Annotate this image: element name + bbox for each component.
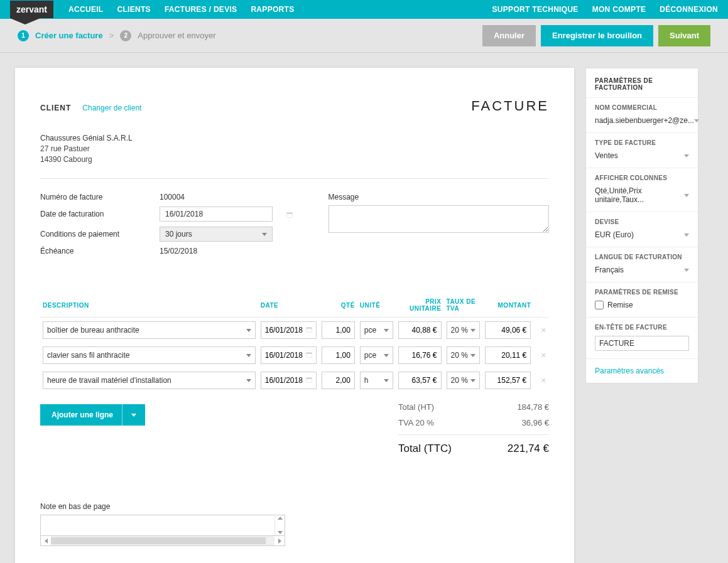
arrow-left-icon[interactable] bbox=[45, 539, 48, 544]
line-vat-select[interactable]: 20 % bbox=[447, 346, 480, 364]
line-unit-select[interactable]: pce bbox=[360, 346, 393, 364]
chevron-down-icon bbox=[694, 119, 699, 122]
line-qty-input[interactable] bbox=[322, 372, 355, 389]
svg-rect-5 bbox=[306, 353, 312, 355]
sidebar-currency-label: DEVISE bbox=[595, 218, 689, 225]
sidebar-type-label: TYPE DE FACTURE bbox=[595, 139, 689, 146]
sidebar-header: EN-TÊTE DE FACTURE bbox=[586, 317, 698, 358]
chevron-down-icon bbox=[384, 329, 389, 332]
chevron-down-icon bbox=[131, 414, 136, 417]
delete-line-icon[interactable]: × bbox=[536, 375, 546, 385]
sidebar-currency-value: EUR (Euro) bbox=[595, 230, 634, 239]
line-qty-input[interactable] bbox=[322, 346, 355, 364]
terms-label: Conditions de paiement bbox=[40, 230, 160, 239]
arrow-up-icon[interactable] bbox=[278, 517, 283, 520]
line-desc-select[interactable]: heure de travail matériel d'installation bbox=[43, 372, 256, 389]
sidebar-columns-value: Qté,Unité,Prix unitaire,Taux... bbox=[595, 186, 684, 204]
line-price-input[interactable] bbox=[398, 321, 441, 339]
add-line-button[interactable]: Ajouter une ligne bbox=[40, 404, 145, 426]
delete-line-icon[interactable]: × bbox=[536, 350, 546, 360]
sidebar-columns-label: AFFICHER COLONNES bbox=[595, 174, 689, 181]
change-client-link[interactable]: Changer de client bbox=[82, 104, 141, 112]
wizard-step-2-label[interactable]: Approuver et envoyer bbox=[138, 31, 215, 40]
next-button[interactable]: Suivant bbox=[658, 25, 710, 46]
wizard-step-2-num: 2 bbox=[120, 30, 131, 41]
chevron-down-icon bbox=[384, 379, 389, 382]
sidebar-header-input[interactable] bbox=[595, 336, 689, 351]
invoice-no-value: 100004 bbox=[160, 193, 297, 201]
line-vat-select[interactable]: 20 % bbox=[447, 321, 480, 339]
chevron-down-icon bbox=[470, 329, 475, 332]
wizard-step-1-label[interactable]: Créer une facture bbox=[35, 31, 103, 40]
line-vat-select[interactable]: 20 % bbox=[447, 372, 480, 389]
action-bar: Annuler Enregistrer le brouillon Suivant bbox=[482, 25, 710, 46]
nav-accueil[interactable]: ACCUEIL bbox=[68, 5, 103, 14]
col-description: DESCRIPTION bbox=[40, 293, 258, 318]
sidebar-title: PARAMÈTRES DE FACTURATION bbox=[586, 68, 698, 97]
cancel-button[interactable]: Annuler bbox=[482, 25, 536, 46]
sidebar-commercial-label: NOM COMMERCIAL bbox=[595, 104, 689, 111]
calendar-icon[interactable] bbox=[305, 376, 313, 383]
sidebar-commercial[interactable]: NOM COMMERCIAL nadja.siebenbuerger+2@ze.… bbox=[586, 97, 698, 132]
nav-factures[interactable]: FACTURES / DEVIS bbox=[165, 5, 237, 14]
sidebar-columns[interactable]: AFFICHER COLONNES Qté,Unité,Prix unitair… bbox=[586, 168, 698, 212]
line-qty-input[interactable] bbox=[322, 321, 355, 339]
sidebar-currency[interactable]: DEVISE EUR (Euro) bbox=[586, 212, 698, 247]
client-addr2: 14390 Cabourg bbox=[40, 154, 549, 165]
col-unit-price: PRIX UNITAIRE bbox=[396, 293, 443, 318]
delete-line-icon[interactable]: × bbox=[536, 325, 546, 335]
sidebar-discount: PARAMÈTRES DE REMISE Remise bbox=[586, 282, 698, 317]
total-vat-value: 36,96 € bbox=[522, 418, 549, 427]
total-ht-value: 184,78 € bbox=[517, 402, 549, 412]
total-ht-label: Total (HT) bbox=[398, 402, 434, 412]
invoice-date-label: Date de facturation bbox=[40, 210, 160, 218]
nav-clients[interactable]: CLIENTS bbox=[117, 5, 150, 14]
line-unit-select[interactable]: pce bbox=[360, 321, 393, 339]
calendar-icon[interactable] bbox=[286, 211, 293, 218]
message-textarea[interactable] bbox=[329, 205, 550, 233]
chevron-down-icon bbox=[262, 233, 267, 236]
due-value: 15/02/2018 bbox=[160, 247, 297, 255]
add-line-label: Ajouter une ligne bbox=[52, 410, 113, 419]
arrow-right-icon[interactable] bbox=[278, 539, 281, 544]
sidebar-commercial-value: nadja.siebenbuerger+2@ze... bbox=[595, 116, 694, 125]
terms-value: 30 jours bbox=[165, 230, 192, 239]
line-unit-select[interactable]: h bbox=[360, 372, 393, 389]
invoice-date-input[interactable] bbox=[160, 206, 273, 222]
footer-note-label: Note en bas de page bbox=[40, 502, 549, 511]
col-amount: MONTANT bbox=[482, 293, 534, 318]
scrollbar-horizontal[interactable] bbox=[40, 536, 285, 546]
line-desc-select[interactable]: boîtier de bureau anthracite bbox=[43, 321, 256, 339]
line-desc-select[interactable]: clavier sans fil anthracite bbox=[43, 346, 256, 364]
table-row: clavier sans fil anthracite pce 20 % × bbox=[40, 343, 549, 368]
client-name: Chaussures Génial S.A.R.L bbox=[40, 133, 549, 144]
nav-account[interactable]: MON COMPTE bbox=[592, 5, 646, 14]
subbar: 1 Créer une facture > 2 Approuver et env… bbox=[0, 19, 728, 53]
save-draft-button[interactable]: Enregistrer le brouillon bbox=[541, 25, 653, 46]
logo[interactable]: zervant bbox=[10, 1, 53, 18]
nav-support[interactable]: SUPPORT TECHNIQUE bbox=[492, 5, 579, 14]
divider bbox=[40, 178, 549, 179]
calendar-icon[interactable] bbox=[305, 326, 313, 333]
terms-select[interactable]: 30 jours bbox=[160, 227, 273, 242]
totals: Total (HT) 184,78 € TVA 20 % 36,96 € Tot… bbox=[398, 399, 549, 458]
sidebar-type[interactable]: TYPE DE FACTURE Ventes bbox=[586, 132, 698, 168]
invoice-no-label: Numéro de facture bbox=[40, 193, 160, 201]
wizard: 1 Créer une facture > 2 Approuver et env… bbox=[18, 30, 216, 41]
footer-note-input[interactable] bbox=[40, 515, 285, 536]
advanced-settings-link[interactable]: Paramètres avancés bbox=[586, 358, 698, 383]
line-price-input[interactable] bbox=[398, 372, 441, 389]
sidebar-language[interactable]: LANGUE DE FACTURATION Français bbox=[586, 247, 698, 282]
scrollbar-vertical[interactable] bbox=[274, 515, 285, 535]
chevron-down-icon bbox=[470, 354, 475, 357]
nav-logout[interactable]: DÉCONNEXION bbox=[660, 5, 718, 14]
settings-sidebar: PARAMÈTRES DE FACTURATION NOM COMMERCIAL… bbox=[585, 68, 698, 383]
calendar-icon[interactable] bbox=[305, 351, 313, 358]
nav-rapports[interactable]: RAPPORTS bbox=[251, 5, 294, 14]
nav-left: ACCUEIL CLIENTS FACTURES / DEVIS RAPPORT… bbox=[68, 5, 294, 14]
line-price-input[interactable] bbox=[398, 346, 441, 364]
discount-checkbox[interactable] bbox=[595, 301, 604, 309]
sidebar-language-value: Français bbox=[595, 265, 624, 274]
col-unit: UNITÉ bbox=[357, 293, 396, 318]
arrow-down-icon[interactable] bbox=[278, 531, 283, 534]
